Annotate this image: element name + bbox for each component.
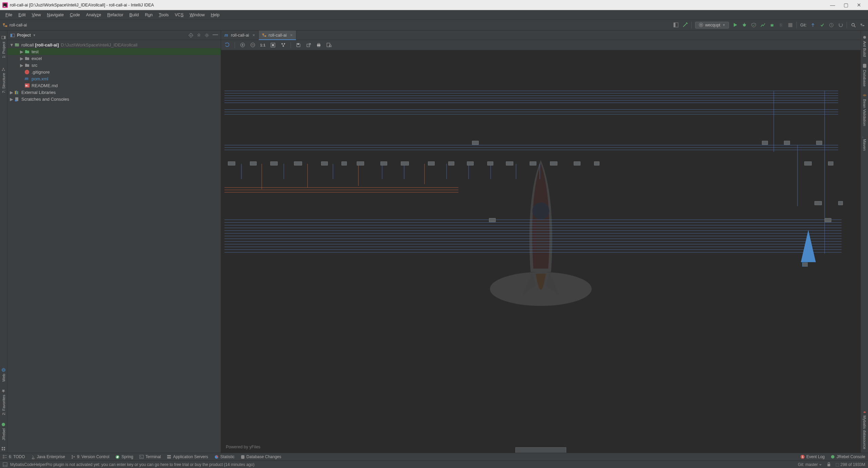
status-git-branch[interactable]: Git: master ⏷	[798, 462, 822, 467]
collapse-all-icon[interactable]	[197, 33, 201, 38]
diagram-node[interactable]	[816, 141, 822, 145]
diagram-node[interactable]	[506, 161, 513, 165]
tool-version-control[interactable]: 9: Version Control	[71, 454, 109, 459]
tool-bean-validation[interactable]: Bean Validation	[862, 90, 867, 130]
diagram-node[interactable]	[357, 161, 364, 165]
run-coverage-button[interactable]	[751, 22, 756, 28]
locate-icon[interactable]	[189, 33, 193, 38]
tree-file-readme[interactable]: M↓ README.md	[7, 82, 221, 89]
android-button[interactable]	[769, 22, 775, 28]
debug-button[interactable]	[742, 22, 747, 28]
tool-web[interactable]: Web	[1, 364, 7, 385]
tool-db-changes[interactable]: Database Changes	[241, 454, 281, 459]
tool-database[interactable]: Database	[862, 60, 867, 90]
close-tab-icon[interactable]: ×	[290, 33, 293, 38]
diagram-selection-shape[interactable]	[801, 230, 816, 262]
vcs-history-button[interactable]	[828, 22, 834, 28]
tool-app-servers[interactable]: Application Servers	[167, 454, 208, 459]
zoom-out-icon[interactable]	[250, 42, 255, 48]
menu-window[interactable]: Window	[187, 12, 207, 18]
attach-button[interactable]: ⎘	[778, 22, 784, 28]
menu-help[interactable]: Help	[208, 12, 222, 18]
status-widget-icon[interactable]	[3, 462, 7, 467]
tool-spring[interactable]: Spring	[115, 454, 133, 459]
vcs-revert-button[interactable]	[837, 22, 843, 28]
export-icon[interactable]	[306, 42, 311, 48]
diagram-node[interactable]	[401, 161, 409, 165]
diagram-node[interactable]	[467, 161, 474, 165]
refresh-icon[interactable]	[224, 42, 230, 48]
diagram-node[interactable]	[341, 161, 347, 165]
tool-maven[interactable]: m Maven	[862, 130, 867, 154]
diagram-node[interactable]	[228, 161, 235, 165]
tree-scratches[interactable]: ▶ Scratches and Consoles	[7, 96, 221, 102]
breadcrumb-root[interactable]: roll-call-ai	[9, 23, 27, 27]
tree-file-gitignore[interactable]: .gitignore	[7, 69, 221, 75]
tool-statistic[interactable]: Statistic	[214, 454, 235, 459]
layout-icon[interactable]	[673, 22, 679, 28]
menu-refactor[interactable]: Refactor	[104, 12, 126, 18]
tool-event-log[interactable]: 1 Event Log	[801, 454, 825, 459]
menu-file[interactable]: File	[3, 12, 15, 18]
zoom-in-icon[interactable]	[240, 42, 245, 48]
gear-icon[interactable]	[204, 33, 209, 38]
diagram-node[interactable]	[472, 141, 479, 145]
diagram-node[interactable]	[574, 161, 580, 165]
diagram-node[interactable]	[838, 201, 843, 205]
tree-folder-src[interactable]: ▶ src	[7, 62, 221, 69]
editor-tab-pom[interactable]: m roll-call-ai ×	[221, 31, 259, 40]
close-button[interactable]: ✕	[857, 2, 861, 8]
profiler-button[interactable]	[760, 22, 766, 28]
tree-folder-test[interactable]: ▶ test	[7, 48, 221, 55]
preview-icon[interactable]	[326, 42, 332, 48]
diagram-node[interactable]	[380, 161, 387, 165]
tool-jrebel[interactable]: JRebel	[1, 418, 7, 444]
diagram-node[interactable]	[487, 161, 493, 165]
tool-jrebel-console[interactable]: JRebel Console	[831, 454, 865, 459]
left-bottom-placeholder[interactable]	[1, 444, 7, 453]
maximize-button[interactable]: ▢	[844, 2, 848, 8]
project-tree[interactable]: ▼ rollcall [roll-call-ai] D:\Juzi\WorkSp…	[7, 40, 221, 453]
tool-ant[interactable]: Ant Build	[862, 32, 867, 60]
diagram-node[interactable]	[530, 161, 536, 165]
tool-project[interactable]: 1: Project	[1, 32, 7, 62]
diagram-node[interactable]	[804, 161, 812, 165]
vcs-update-button[interactable]	[810, 22, 816, 28]
menu-build[interactable]: Build	[127, 12, 142, 18]
project-panel-title[interactable]: Project	[17, 33, 31, 38]
diagram-node[interactable]	[828, 161, 833, 165]
status-message[interactable]: MybatisCodeHelperPro plugin is not activ…	[10, 462, 254, 467]
diagram-canvas[interactable]: Powered by yFiles	[221, 50, 861, 453]
lock-icon[interactable]	[827, 462, 831, 467]
save-icon[interactable]	[296, 42, 301, 48]
tool-favorites[interactable]: 2: Favorites	[1, 385, 7, 418]
zoom-actual-icon[interactable]: 1:1	[260, 42, 265, 48]
menu-view[interactable]: View	[29, 12, 44, 18]
diagram-node[interactable]	[489, 218, 496, 222]
tool-mybatis[interactable]: Mybatis datasource	[862, 406, 867, 453]
diagram-node[interactable]	[321, 161, 328, 165]
ide-settings-button[interactable]	[860, 22, 865, 28]
diagram-node[interactable]	[270, 161, 278, 165]
layout-icon[interactable]	[280, 42, 286, 48]
diagram-node[interactable]	[784, 141, 790, 145]
vcs-commit-button[interactable]	[819, 22, 825, 28]
print-icon[interactable]	[316, 42, 321, 48]
diagram-node[interactable]	[428, 161, 435, 165]
diagram-node[interactable]	[762, 141, 768, 145]
run-button[interactable]	[732, 22, 738, 28]
tree-folder-excel[interactable]: ▶ excel	[7, 55, 221, 62]
tool-java-enterprise[interactable]: Java Enterprise	[31, 454, 65, 459]
build-icon[interactable]	[682, 22, 688, 28]
menu-code[interactable]: Code	[67, 12, 83, 18]
close-tab-icon[interactable]: ×	[252, 33, 255, 38]
diagram-node[interactable]	[250, 161, 257, 165]
search-everywhere-button[interactable]	[850, 22, 856, 28]
tool-structure[interactable]: 7: Structure	[1, 63, 7, 96]
diagram-node[interactable]	[550, 161, 557, 165]
run-configuration-selector[interactable]: wecqupt ▼	[695, 22, 729, 28]
diagram-node[interactable]	[448, 161, 454, 165]
status-memory[interactable]: ⬚ 298 of 1933M	[835, 462, 865, 467]
menu-tools[interactable]: Tools	[156, 12, 171, 18]
menu-analyze[interactable]: Analyze	[83, 12, 104, 18]
